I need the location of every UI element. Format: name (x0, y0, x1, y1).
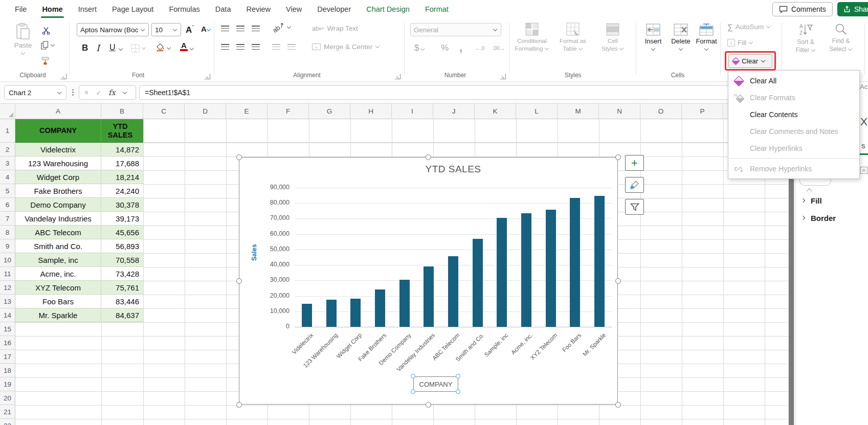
decrease-decimal-button[interactable]: .00→ (492, 45, 505, 51)
chart-bar-fake-brothers[interactable] (375, 289, 385, 327)
align-center-button[interactable] (236, 44, 244, 52)
find-select-button[interactable]: Find &Select (826, 23, 856, 53)
column-header-K[interactable]: K (475, 104, 516, 119)
tab-developer[interactable]: Developer (309, 0, 359, 18)
company-cell[interactable]: Sample, inc (15, 253, 101, 267)
comma-style-button[interactable]: , (459, 41, 462, 54)
column-header-M[interactable]: M (558, 104, 599, 119)
autosum-button[interactable]: ∑ AutoSum (727, 23, 771, 31)
chart-selection-handle[interactable] (615, 154, 621, 160)
column-header-E[interactable]: E (226, 104, 268, 119)
column-header-C[interactable]: C (143, 104, 185, 119)
grow-font-button[interactable]: Aˆ (186, 25, 194, 35)
row-header-14[interactable]: 14 (0, 308, 15, 322)
row-header-19[interactable]: 19 (0, 377, 15, 391)
menu-item-clear-contents[interactable]: Clear Contents (728, 106, 859, 123)
column-header-N[interactable]: N (599, 104, 640, 119)
row-header-15[interactable]: 15 (0, 322, 15, 336)
name-box[interactable]: Chart 2 (4, 85, 66, 100)
column-header-I[interactable]: I (392, 104, 433, 119)
tab-review[interactable]: Review (238, 0, 278, 18)
sales-cell[interactable]: 56,893 (101, 239, 143, 253)
column-header-L[interactable]: L (516, 104, 558, 119)
font-name-combo[interactable]: Aptos Narrow (Boc (77, 23, 149, 36)
company-cell[interactable]: Foo Bars (15, 295, 101, 308)
sales-cell[interactable]: 14,872 (101, 143, 143, 156)
collapse-chevron-icon[interactable] (807, 188, 813, 192)
sales-cell[interactable]: 45,656 (101, 226, 143, 239)
enter-icon[interactable]: ✓ (96, 89, 101, 97)
selection-handle[interactable] (411, 389, 415, 394)
formula-input[interactable]: =Sheet1!$A$1 (139, 85, 792, 100)
row-header-6[interactable]: 6 (0, 198, 15, 212)
copy-button[interactable] (41, 41, 55, 50)
company-cell[interactable]: Fake Brothers (15, 184, 101, 198)
chart-bar-acme-inc[interactable] (521, 213, 531, 327)
chart-bar-foo-bars[interactable] (570, 198, 580, 327)
company-cell[interactable]: ABC Telecom (15, 226, 101, 239)
row-header-20[interactable]: 20 (0, 391, 15, 405)
format-as-table-button[interactable]: Format asTable (553, 23, 592, 52)
chart-bar-mr-sparkle[interactable] (594, 196, 605, 327)
column-header-A[interactable]: A (15, 104, 101, 119)
sales-cell[interactable]: 24,240 (101, 184, 143, 198)
fill-button[interactable]: ↓ Fill (727, 39, 753, 47)
row-header-2[interactable]: 2 (0, 143, 15, 156)
align-top-button[interactable] (221, 26, 229, 34)
sales-cell[interactable]: 30,378 (101, 198, 143, 212)
accounting-format-button[interactable]: $ (414, 43, 425, 53)
fill-color-button[interactable] (155, 43, 171, 53)
table-header-cell[interactable]: COMPANY (15, 119, 101, 143)
row-header-4[interactable]: 4 (0, 170, 15, 184)
chart-selection-handle[interactable] (236, 402, 242, 408)
clipboard-dialog-launcher[interactable] (61, 74, 66, 79)
chart-styles-button[interactable] (625, 177, 644, 193)
column-header-B[interactable]: B (101, 104, 143, 119)
chart-x-axis-title[interactable]: COMPANY (413, 376, 458, 392)
decrease-indent-button[interactable] (272, 44, 280, 52)
chart[interactable]: YTD SALES Sales COMPANY 010,00020,00030,… (239, 157, 618, 405)
column-header-G[interactable]: G (309, 104, 350, 119)
chart-selection-handle[interactable] (426, 154, 431, 160)
chart-bar-videlectrix[interactable] (302, 304, 312, 327)
tab-format[interactable]: Format (417, 0, 456, 18)
sales-cell[interactable]: 18,214 (101, 170, 143, 184)
sales-cell[interactable]: 73,428 (101, 267, 143, 281)
column-header-J[interactable]: J (433, 104, 475, 119)
selection-handle[interactable] (456, 389, 460, 394)
worksheet-grid[interactable]: ABCDEFGHIJKLMNOP 12345678910111213141516… (0, 104, 788, 425)
alignment-dialog-launcher[interactable] (395, 74, 400, 79)
sales-cell[interactable]: 39,173 (101, 212, 143, 226)
tab-chart-design[interactable]: Chart Design (359, 0, 417, 18)
column-header-O[interactable]: O (640, 104, 682, 119)
row-header-8[interactable]: 8 (0, 226, 15, 239)
company-cell[interactable]: Acme, inc. (15, 267, 101, 281)
chart-elements-button[interactable]: + (625, 155, 644, 171)
tab-insert[interactable]: Insert (71, 0, 104, 18)
chart-selection-handle[interactable] (615, 278, 621, 284)
align-right-button[interactable] (252, 44, 260, 52)
number-format-combo[interactable]: General (410, 23, 501, 36)
chart-bar-vandelay-industries[interactable] (424, 266, 434, 327)
chart-bar-abc-telecom[interactable] (448, 256, 458, 327)
align-left-button[interactable] (221, 44, 229, 52)
row-header-11[interactable]: 11 (0, 267, 15, 281)
shrink-font-button[interactable]: A (201, 25, 210, 33)
column-header-H[interactable]: H (350, 104, 392, 119)
chart-bar-widget-corp[interactable] (350, 299, 361, 327)
row-header-9[interactable]: 9 (0, 239, 15, 253)
column-header-P[interactable]: P (682, 104, 723, 119)
row-header-1[interactable]: 1 (0, 119, 15, 143)
row-header-5[interactable]: 5 (0, 184, 15, 198)
row-header-12[interactable]: 12 (0, 281, 15, 295)
cell-styles-button[interactable]: CellStyles (593, 23, 632, 52)
pane-section-border[interactable]: Border (802, 214, 836, 222)
row-header-13[interactable]: 13 (0, 295, 15, 308)
underline-button[interactable]: U (109, 43, 116, 52)
company-cell[interactable]: Smith and Co. (15, 239, 101, 253)
column-header-F[interactable]: F (268, 104, 309, 119)
tab-data[interactable]: Data (208, 0, 239, 18)
merge-center-button[interactable]: ↔ Merge & Center (312, 43, 380, 51)
format-painter-button[interactable] (41, 56, 50, 67)
tab-page-layout[interactable]: Page Layout (104, 0, 161, 18)
